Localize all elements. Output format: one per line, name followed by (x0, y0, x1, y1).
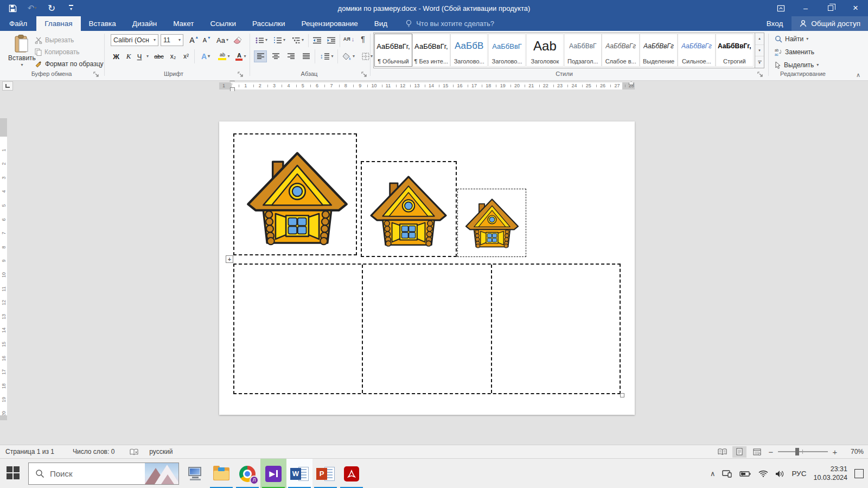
clipboard-dialog-launcher[interactable] (93, 72, 100, 78)
customize-qat-icon[interactable]: ▾ (65, 2, 77, 15)
language-indicator[interactable]: русский (144, 445, 178, 458)
align-left-button[interactable] (254, 50, 267, 62)
web-layout-button[interactable] (750, 446, 764, 458)
line-spacing-button[interactable]: ↕ ▾ (318, 50, 335, 62)
style-Подзагол-[interactable]: АаБбВвГПодзагол... (564, 34, 602, 67)
superscript-button[interactable]: x² (180, 50, 192, 62)
taskbar-app-acrobat[interactable] (339, 459, 365, 488)
tab-Макет[interactable]: Макет (165, 16, 202, 31)
align-right-button[interactable] (284, 50, 297, 62)
taskbar-app-chrome[interactable]: Л (234, 459, 260, 488)
volume-tray-icon[interactable] (775, 470, 784, 478)
tab-Вставка[interactable]: Вставка (81, 16, 124, 31)
sign-in-button[interactable]: Вход (758, 16, 792, 31)
document-page[interactable]: + (219, 121, 635, 415)
cut-button[interactable]: Вырезать (35, 36, 74, 44)
save-icon[interactable] (7, 2, 18, 15)
table-move-handle[interactable]: + (226, 255, 233, 263)
style-Выделение[interactable]: АаБбВвГгВыделение (640, 34, 678, 67)
zoom-slider[interactable] (778, 451, 828, 452)
strikethrough-button[interactable]: abc (152, 50, 166, 62)
zoom-out-button[interactable]: − (767, 447, 775, 457)
tab-Рецензирование[interactable]: Рецензирование (293, 16, 366, 31)
zoom-slider-thumb[interactable] (795, 448, 799, 455)
replace-button[interactable]: abac Заменить (775, 48, 814, 56)
house-medium-image[interactable] (369, 172, 448, 248)
taskbar-app-file-explorer[interactable] (208, 459, 234, 488)
paragraph-dialog-launcher[interactable] (361, 72, 368, 78)
show-marks-button[interactable]: ¶ (358, 33, 368, 45)
print-layout-button[interactable] (732, 446, 746, 458)
redo-icon[interactable]: ↻ (46, 2, 58, 15)
shading-button[interactable]: ▾ (341, 50, 357, 62)
align-center-button[interactable] (269, 50, 282, 62)
clock[interactable]: 23:31 10.03.2024 (813, 465, 847, 482)
start-button[interactable] (7, 466, 21, 480)
undo-icon[interactable]: ↶▾ (26, 2, 38, 15)
styles-scroll-up[interactable]: ▴ (755, 33, 764, 45)
subscript-button[interactable]: x₂ (167, 50, 179, 62)
sort-button[interactable]: АЯ ↓ (342, 33, 356, 45)
close-button[interactable]: × (843, 0, 868, 16)
table-cell-1[interactable] (234, 265, 363, 393)
change-case-button[interactable]: Аа▾ (215, 34, 230, 46)
table-cell-2[interactable] (363, 265, 492, 393)
style-Сильное-[interactable]: АаБбВвГгСильное... (678, 34, 716, 67)
taskbar-app-word[interactable]: W (286, 459, 312, 488)
format-painter-button[interactable]: Формат по образцу (35, 60, 104, 68)
font-name-combobox[interactable]: Calibri (Осн▾ (111, 34, 158, 46)
numbering-button[interactable]: ▾ (271, 34, 288, 46)
vertical-ruler[interactable]: 1234567891011121314151617181920 (0, 91, 7, 445)
tab-Главная[interactable]: Главная (36, 16, 80, 31)
language-badge[interactable]: РУС (792, 470, 806, 478)
action-center-button[interactable] (854, 469, 864, 478)
style--Обычный[interactable]: АаБбВвГг,¶ Обычный (374, 34, 412, 67)
underline-button[interactable]: Ч (135, 50, 144, 62)
justify-button[interactable] (299, 50, 312, 62)
tab-Рассылки[interactable]: Рассылки (244, 16, 293, 31)
styles-scroll-down[interactable]: ▾ (755, 45, 764, 57)
zoom-percent[interactable]: 70% (842, 448, 864, 455)
font-dialog-launcher[interactable] (238, 72, 244, 78)
tab-file[interactable]: Файл (0, 16, 36, 31)
taskbar-app-this-pc[interactable] (182, 459, 208, 488)
font-color-button[interactable]: А ▾ (233, 50, 248, 62)
zoom-in-button[interactable]: + (831, 447, 839, 457)
minimize-button[interactable]: – (793, 0, 818, 16)
battery-tray-icon[interactable] (739, 471, 751, 477)
select-button[interactable]: Выделить▾ (775, 61, 819, 69)
multilevel-list-button[interactable]: ▾ (290, 34, 306, 46)
grow-font-button[interactable]: А▴ (188, 34, 200, 46)
search-highlight-image[interactable] (145, 463, 178, 484)
shrink-font-button[interactable]: А▾ (201, 34, 212, 46)
share-button[interactable]: Общий доступ (792, 16, 868, 31)
clear-formatting-button[interactable] (232, 34, 243, 46)
word-count[interactable]: Число слов: 0 (67, 445, 120, 458)
bullets-button[interactable]: ▾ (254, 34, 269, 46)
copy-button[interactable]: Копировать (35, 48, 80, 56)
style-Заголово-[interactable]: АаБбВвГЗаголово... (488, 34, 526, 67)
taskbar-search-input[interactable]: Поиск (28, 463, 179, 485)
house-small-image[interactable] (464, 196, 520, 249)
tab-selector-button[interactable] (2, 81, 13, 91)
wifi-tray-icon[interactable] (758, 470, 768, 477)
proofing-status-icon[interactable] (124, 445, 144, 458)
styles-gallery-more[interactable]: ▾ (755, 56, 764, 68)
taskbar-app-media-player[interactable]: ▶ (260, 459, 286, 488)
style-Строгий[interactable]: АаБбВвГг,Строгий (716, 34, 754, 67)
decrease-indent-button[interactable] (310, 34, 323, 46)
horizontal-ruler[interactable]: 1 12345678910111213141516171819202122232… (219, 82, 635, 89)
table-resize-handle[interactable] (620, 393, 624, 397)
house-large-image[interactable] (245, 147, 349, 247)
style-Заголовок[interactable]: AabЗаголовок (526, 34, 564, 67)
show-hidden-icons-button[interactable]: ∧ (710, 470, 716, 478)
restore-button[interactable] (818, 0, 843, 16)
style-Заголово-[interactable]: АаБбВЗаголово... (450, 34, 488, 67)
tab-Ссылки[interactable]: Ссылки (202, 16, 244, 31)
empty-table[interactable] (233, 264, 621, 394)
text-effects-button[interactable]: А▾ (197, 50, 214, 62)
increase-indent-button[interactable] (324, 34, 337, 46)
read-mode-button[interactable] (715, 446, 729, 458)
ribbon-display-options-button[interactable] (768, 0, 793, 16)
bold-button[interactable]: Ж (111, 50, 122, 62)
